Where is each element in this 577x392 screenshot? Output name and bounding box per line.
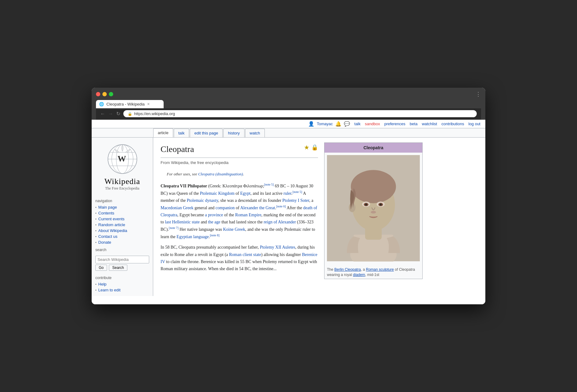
contribute-item-learn[interactable]: Learn to edit (92, 287, 153, 293)
alexander-great-link[interactable]: Alexander the Great (240, 206, 275, 210)
nav-list: Main page Contents Current events Random… (92, 204, 153, 245)
infobox-title: Cleopatra (324, 143, 422, 153)
svg-rect-22 (327, 155, 420, 261)
tab-title: Cleopatra - Wikipedia (106, 102, 145, 106)
tab-history[interactable]: history (223, 129, 244, 137)
contribute-section-title: contribute (92, 273, 153, 281)
infobox-image-area (324, 153, 422, 266)
ptolemaic-dynasty-link[interactable]: Ptolemaic dynasty (187, 198, 218, 203)
nav-section-title: navigation (92, 196, 153, 204)
wiki-main-layout: W Wikipedia The Free Encyclopedia naviga… (92, 138, 485, 296)
back-icon[interactable]: ← (100, 111, 105, 117)
tab-favicon: 🌐 (99, 102, 104, 106)
featured-star-icon[interactable]: ★ (304, 142, 309, 152)
infobox: Cleopatra (324, 142, 423, 279)
ptolemy-soter-link[interactable]: Ptolemy I Soter (282, 198, 309, 203)
article-title-area: Cleopatra ★ 🔒 (161, 142, 318, 158)
the-age-link[interactable]: the age (208, 220, 220, 224)
talk-link[interactable]: talk (354, 122, 360, 126)
wiki-tagline: The Free Encyclopedia (105, 186, 139, 191)
minimize-button[interactable] (102, 92, 107, 96)
tab-article[interactable]: article (153, 128, 173, 137)
infobox-caption: The Berlin Cleopatra, a Roman sculpture … (324, 266, 422, 279)
companion-link[interactable]: companion (216, 206, 235, 210)
disambiguation-link[interactable]: Cleopatra (disambiguation) (198, 172, 243, 176)
sandbox-link[interactable]: sandbox (365, 122, 380, 126)
egypt-link[interactable]: Egypt (240, 191, 250, 196)
article-content: Cleopatra (153, 138, 430, 296)
url-display[interactable]: https://en.wikipedia.org (134, 111, 175, 116)
forward-icon[interactable]: → (108, 111, 113, 117)
svg-text:W: W (117, 154, 126, 163)
notifications-icon[interactable]: 🔔 (335, 121, 341, 127)
wiki-sidebar: W Wikipedia The Free Encyclopedia naviga… (92, 138, 153, 296)
nav-item-about[interactable]: About Wikipedia (92, 228, 153, 234)
search-buttons: Go Search (95, 265, 149, 271)
cleopatra-bust-image (327, 155, 420, 261)
logout-link[interactable]: log out (468, 122, 480, 126)
protected-lock-icon: 🔒 (311, 143, 318, 152)
nav-item-random-article[interactable]: Random article (92, 222, 153, 228)
user-avatar-icon: 👤 (308, 121, 314, 127)
beta-link[interactable]: beta (410, 122, 417, 126)
refresh-icon[interactable]: ↻ (116, 111, 120, 117)
tab-close-icon[interactable]: ✕ (147, 102, 150, 106)
preferences-link[interactable]: preferences (384, 122, 405, 126)
ptolemy-xii-link[interactable]: Ptolemy XII Auletes (260, 245, 295, 250)
watchlist-link[interactable]: watchlist (422, 122, 437, 126)
tab-watch[interactable]: watch (245, 129, 265, 137)
contribute-item-help[interactable]: Help (92, 281, 153, 287)
roman-empire-link[interactable]: Roman Empire (235, 213, 261, 217)
maximize-button[interactable] (109, 92, 113, 96)
koine-greek-link[interactable]: Koine Greek (223, 227, 245, 232)
close-button[interactable] (96, 92, 100, 96)
wikipedia-globe-icon: W (107, 144, 138, 174)
username-link[interactable]: Tomayac (317, 122, 333, 126)
wiki-page: 👤 Tomayac 🔔 💬 talk sandbox preferences b… (92, 120, 485, 304)
wiki-topnav: 👤 Tomayac 🔔 💬 talk sandbox preferences b… (92, 120, 485, 128)
sidebar-logo: W Wikipedia The Free Encyclopedia (92, 141, 153, 194)
roman-sculpture-link[interactable]: Roman sculpture (366, 267, 394, 272)
article-tabs: article talk edit this page history watc… (92, 128, 485, 138)
macedonian-greek-link[interactable]: Macedonian Greek (161, 206, 193, 210)
sidebar-search-form: Go Search (92, 253, 153, 273)
browser-menu-icon[interactable]: ⋮ (476, 91, 481, 98)
berlin-cleopatra-link[interactable]: Berlin Cleopatra (334, 267, 361, 272)
reign-alexander-link[interactable]: reign of Alexander (264, 220, 296, 224)
nav-item-donate[interactable]: Donate (92, 239, 153, 245)
article-bold-intro: Cleopatra VII Philopator (161, 184, 207, 188)
last-hellenistic-link[interactable]: last Hellenistic state (165, 220, 200, 224)
wiki-wordmark: Wikipedia (104, 177, 140, 186)
nav-item-contents[interactable]: Contents (92, 210, 153, 216)
tab-edit[interactable]: edit this page (190, 129, 223, 137)
contribute-list: Help Learn to edit (92, 281, 153, 293)
search-button[interactable]: Search (109, 265, 127, 271)
contributions-link[interactable]: contributions (441, 122, 464, 126)
article-title-text: Cleopatra (161, 142, 194, 156)
messages-icon[interactable]: 💬 (344, 121, 350, 127)
security-lock-icon: 🔒 (128, 112, 132, 116)
roman-client-state-link[interactable]: Roman client state (229, 252, 261, 257)
nav-item-current-events[interactable]: Current events (92, 216, 153, 222)
diadem-link[interactable]: diadem (353, 273, 365, 277)
province-link[interactable]: a province (205, 213, 223, 217)
ruler-link[interactable]: ruler (284, 191, 292, 196)
search-section-title: search (92, 245, 153, 253)
browser-tab[interactable]: 🌐 Cleopatra - Wikipedia ✕ (96, 100, 164, 108)
tab-talk[interactable]: talk (174, 129, 189, 137)
nav-item-main-page[interactable]: Main page (92, 204, 153, 210)
egyptian-language-link[interactable]: Egyptian language (177, 234, 209, 239)
nav-item-contact[interactable]: Contact us (92, 234, 153, 239)
title-icons: ★ 🔒 (304, 142, 318, 152)
search-input[interactable] (95, 256, 149, 263)
ptolemaic-kingdom-link[interactable]: Ptolemaic Kingdom (200, 191, 234, 196)
go-button[interactable]: Go (95, 265, 107, 271)
user-info: 👤 Tomayac 🔔 💬 (308, 121, 350, 127)
